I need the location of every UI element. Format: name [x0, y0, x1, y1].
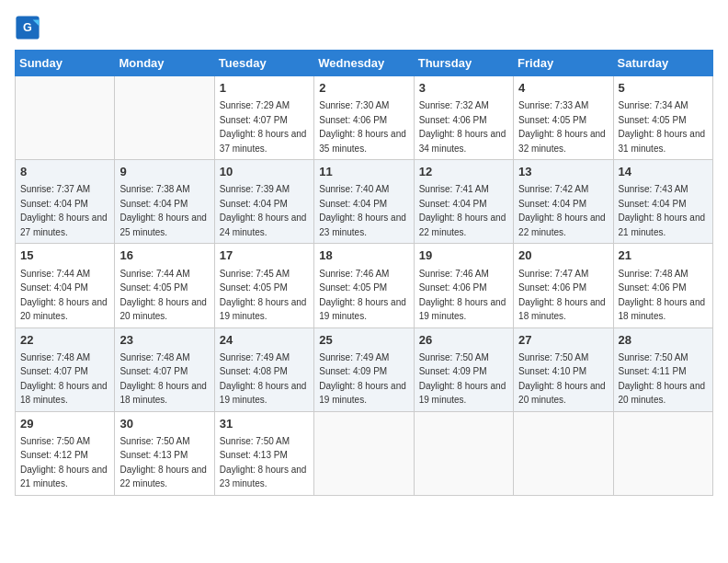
calendar-day-cell: 8 Sunrise: 7:37 AMSunset: 4:04 PMDayligh…: [16, 160, 115, 244]
day-number: 26: [419, 332, 508, 349]
calendar-day-cell: 1 Sunrise: 7:29 AMSunset: 4:07 PMDayligh…: [214, 76, 313, 160]
calendar-day-cell: 22 Sunrise: 7:48 AMSunset: 4:07 PMDaylig…: [16, 327, 115, 411]
calendar-day-cell: 29 Sunrise: 7:50 AMSunset: 4:12 PMDaylig…: [16, 411, 115, 495]
day-number: 18: [319, 247, 408, 264]
calendar-day-cell: 5 Sunrise: 7:34 AMSunset: 4:05 PMDayligh…: [613, 76, 712, 160]
calendar-day-cell: 18 Sunrise: 7:46 AMSunset: 4:05 PMDaylig…: [314, 244, 414, 327]
calendar-day-cell: [314, 411, 414, 495]
calendar-day-cell: 16 Sunrise: 7:44 AMSunset: 4:05 PMDaylig…: [115, 244, 214, 327]
calendar-day-cell: 10 Sunrise: 7:39 AMSunset: 4:04 PMDaylig…: [214, 160, 313, 244]
page-header: G: [15, 15, 713, 40]
day-number: 25: [319, 332, 408, 349]
day-info: Sunrise: 7:42 AMSunset: 4:04 PMDaylight:…: [518, 184, 606, 237]
day-info: Sunrise: 7:33 AMSunset: 4:05 PMDaylight:…: [518, 100, 606, 154]
day-info: Sunrise: 7:44 AMSunset: 4:04 PMDaylight:…: [20, 269, 108, 322]
weekday-header: Tuesday: [214, 51, 313, 76]
day-info: Sunrise: 7:43 AMSunset: 4:04 PMDaylight:…: [619, 184, 706, 237]
day-number: 27: [518, 332, 608, 349]
day-number: 11: [319, 164, 408, 180]
day-info: Sunrise: 7:50 AMSunset: 4:12 PMDaylight:…: [20, 436, 108, 489]
day-number: 20: [518, 247, 608, 264]
day-info: Sunrise: 7:50 AMSunset: 4:13 PMDaylight:…: [119, 436, 207, 489]
calendar-day-cell: 28 Sunrise: 7:50 AMSunset: 4:11 PMDaylig…: [613, 327, 712, 411]
day-info: Sunrise: 7:50 AMSunset: 4:11 PMDaylight:…: [619, 352, 706, 406]
calendar-day-cell: 31 Sunrise: 7:50 AMSunset: 4:13 PMDaylig…: [214, 411, 313, 495]
calendar-day-cell: 15 Sunrise: 7:44 AMSunset: 4:04 PMDaylig…: [16, 244, 115, 327]
day-number: 31: [220, 416, 309, 432]
calendar-day-cell: 3 Sunrise: 7:32 AMSunset: 4:06 PMDayligh…: [414, 76, 513, 160]
day-info: Sunrise: 7:48 AMSunset: 4:07 PMDaylight:…: [119, 352, 207, 406]
calendar-day-cell: [115, 76, 214, 160]
day-number: 14: [619, 164, 708, 180]
day-info: Sunrise: 7:48 AMSunset: 4:07 PMDaylight:…: [20, 352, 108, 406]
day-number: 10: [220, 164, 309, 180]
logo-icon: G: [15, 15, 40, 40]
day-number: 3: [419, 80, 508, 97]
day-number: 8: [20, 164, 109, 180]
calendar-day-cell: 23 Sunrise: 7:48 AMSunset: 4:07 PMDaylig…: [115, 327, 214, 411]
day-number: 21: [619, 247, 708, 264]
calendar-day-cell: 14 Sunrise: 7:43 AMSunset: 4:04 PMDaylig…: [613, 160, 712, 244]
svg-text:G: G: [23, 21, 32, 34]
day-number: 23: [119, 332, 209, 349]
calendar-day-cell: 17 Sunrise: 7:45 AMSunset: 4:05 PMDaylig…: [214, 244, 313, 327]
day-number: 15: [20, 247, 109, 264]
day-number: 16: [119, 247, 209, 264]
day-info: Sunrise: 7:46 AMSunset: 4:06 PMDaylight:…: [419, 269, 506, 322]
day-number: 9: [119, 164, 209, 180]
calendar-day-cell: [414, 411, 513, 495]
day-info: Sunrise: 7:50 AMSunset: 4:10 PMDaylight:…: [518, 352, 606, 406]
day-info: Sunrise: 7:44 AMSunset: 4:05 PMDaylight:…: [119, 269, 207, 322]
weekday-header: Monday: [115, 51, 214, 76]
day-info: Sunrise: 7:32 AMSunset: 4:06 PMDaylight:…: [419, 100, 506, 154]
calendar-day-cell: 13 Sunrise: 7:42 AMSunset: 4:04 PMDaylig…: [514, 160, 613, 244]
calendar-week-row: 22 Sunrise: 7:48 AMSunset: 4:07 PMDaylig…: [16, 327, 713, 411]
weekday-header: Friday: [514, 51, 613, 76]
weekday-header: Saturday: [613, 51, 712, 76]
calendar-day-cell: [613, 411, 712, 495]
day-number: 24: [220, 332, 309, 349]
calendar-week-row: 8 Sunrise: 7:37 AMSunset: 4:04 PMDayligh…: [16, 160, 713, 244]
calendar-day-cell: 4 Sunrise: 7:33 AMSunset: 4:05 PMDayligh…: [514, 76, 613, 160]
calendar-day-cell: 30 Sunrise: 7:50 AMSunset: 4:13 PMDaylig…: [115, 411, 214, 495]
day-info: Sunrise: 7:30 AMSunset: 4:06 PMDaylight:…: [319, 100, 406, 154]
day-info: Sunrise: 7:34 AMSunset: 4:05 PMDaylight:…: [619, 100, 706, 154]
day-number: 30: [119, 416, 209, 432]
calendar-day-cell: 20 Sunrise: 7:47 AMSunset: 4:06 PMDaylig…: [514, 244, 613, 327]
calendar-day-cell: 27 Sunrise: 7:50 AMSunset: 4:10 PMDaylig…: [514, 327, 613, 411]
day-number: 5: [619, 80, 708, 97]
day-info: Sunrise: 7:48 AMSunset: 4:06 PMDaylight:…: [619, 269, 706, 322]
day-info: Sunrise: 7:50 AMSunset: 4:09 PMDaylight:…: [419, 352, 506, 406]
day-info: Sunrise: 7:40 AMSunset: 4:04 PMDaylight:…: [319, 184, 406, 237]
day-info: Sunrise: 7:49 AMSunset: 4:08 PMDaylight:…: [220, 352, 307, 406]
calendar-week-row: 1 Sunrise: 7:29 AMSunset: 4:07 PMDayligh…: [16, 76, 713, 160]
calendar-day-cell: 2 Sunrise: 7:30 AMSunset: 4:06 PMDayligh…: [314, 76, 414, 160]
day-number: 1: [220, 80, 309, 97]
calendar-week-row: 15 Sunrise: 7:44 AMSunset: 4:04 PMDaylig…: [16, 244, 713, 327]
day-number: 2: [319, 80, 408, 97]
calendar-day-cell: 26 Sunrise: 7:50 AMSunset: 4:09 PMDaylig…: [414, 327, 513, 411]
day-info: Sunrise: 7:41 AMSunset: 4:04 PMDaylight:…: [419, 184, 506, 237]
day-info: Sunrise: 7:46 AMSunset: 4:05 PMDaylight:…: [319, 269, 406, 322]
calendar-body: 1 Sunrise: 7:29 AMSunset: 4:07 PMDayligh…: [16, 76, 713, 496]
day-info: Sunrise: 7:38 AMSunset: 4:04 PMDaylight:…: [119, 184, 207, 237]
calendar-day-cell: [16, 76, 115, 160]
day-number: 22: [20, 332, 109, 349]
day-info: Sunrise: 7:45 AMSunset: 4:05 PMDaylight:…: [220, 269, 307, 322]
day-number: 4: [518, 80, 608, 97]
day-info: Sunrise: 7:39 AMSunset: 4:04 PMDaylight:…: [220, 184, 307, 237]
day-number: 12: [419, 164, 508, 180]
day-number: 17: [220, 247, 309, 264]
weekday-header: Thursday: [414, 51, 513, 76]
logo: G: [15, 15, 44, 40]
day-info: Sunrise: 7:49 AMSunset: 4:09 PMDaylight:…: [319, 352, 406, 406]
calendar-table: SundayMondayTuesdayWednesdayThursdayFrid…: [15, 50, 713, 496]
calendar-day-cell: 12 Sunrise: 7:41 AMSunset: 4:04 PMDaylig…: [414, 160, 513, 244]
calendar-day-cell: 9 Sunrise: 7:38 AMSunset: 4:04 PMDayligh…: [115, 160, 214, 244]
day-info: Sunrise: 7:37 AMSunset: 4:04 PMDaylight:…: [20, 184, 108, 237]
calendar-header: SundayMondayTuesdayWednesdayThursdayFrid…: [16, 51, 713, 76]
weekday-header-row: SundayMondayTuesdayWednesdayThursdayFrid…: [16, 51, 713, 76]
day-info: Sunrise: 7:29 AMSunset: 4:07 PMDaylight:…: [220, 100, 307, 154]
day-number: 29: [20, 416, 109, 432]
day-number: 13: [518, 164, 608, 180]
